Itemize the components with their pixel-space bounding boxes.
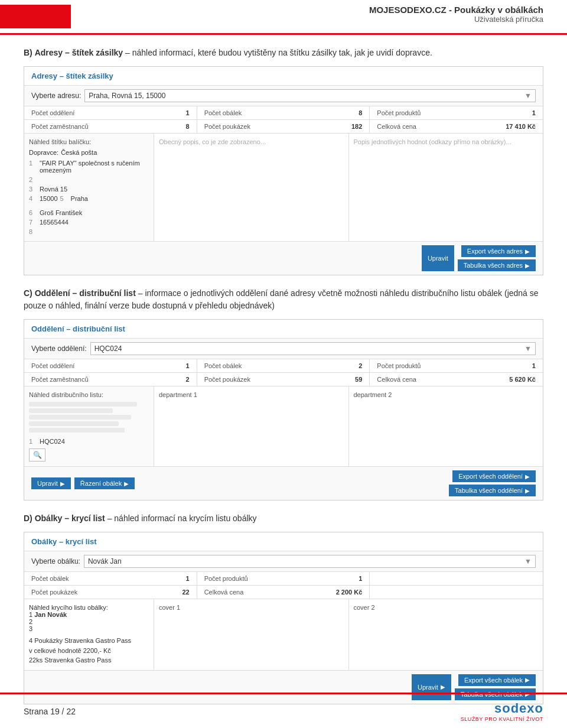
logo-name: sodexo [494, 701, 543, 716]
stats-cell-4: Počet zaměstnanců 8 [24, 120, 197, 133]
panel-cover-title: Obálky – krycí list [31, 537, 97, 546]
dist-stats-cell-5: Počet poukázek 59 [197, 373, 370, 386]
panel-address-right: Popis jednotlivých hodnot (odkazy přímo … [349, 134, 543, 241]
stats-cell-5: Počet poukázek 182 [197, 120, 370, 133]
address-list-item-4: 4 15000 5 Praha [29, 194, 149, 203]
header-red-bar [0, 5, 71, 28]
main-content: B) Adresy – štítek zásilky – náhled info… [0, 35, 567, 728]
cover-list-item-4: 4 Poukázky Stravenka Gastro Passv celkov… [29, 636, 149, 665]
panel-dist-title: Oddělení – distribuční list [31, 324, 125, 333]
blur-5 [29, 428, 125, 433]
address-select[interactable]: Praha, Rovná 15, 15000 ▼ [84, 89, 536, 102]
address-select-value: Praha, Rovná 15, 15000 [89, 92, 165, 100]
delivery-value: Česká pošta [61, 149, 97, 156]
panel-address-center: Obecný popis, co je zde zobrazeno... [154, 134, 349, 241]
cover-stats-row-1: Počet obálek 1 Počet produktů 1 [24, 572, 543, 586]
edit-button[interactable]: Upravit [422, 245, 454, 271]
stat-label-2: Počet obálek [204, 109, 242, 116]
cover-stats-cell-1: Počet obálek 1 [24, 572, 197, 585]
page-title: MOJESODEXO.CZ - Poukázky v obálkách [71, 5, 543, 15]
dist-stats-cell-3: Počet produktů 1 [370, 359, 543, 372]
stat-label-6: Celková cena [377, 123, 416, 130]
blur-4 [29, 421, 119, 426]
center-placeholder: Obecný popis, co je zde zobrazeno... [159, 138, 266, 145]
panel-address-title: Adresy – štítek zásilky [31, 72, 113, 80]
panel-address-footer: Upravit Export všech adres ▶ Tabulka vše… [24, 241, 543, 275]
address-sublabel: Náhled štítku balíčku: [29, 138, 149, 145]
panel-cover-right: cover 2 [349, 599, 543, 670]
dist-export-button[interactable]: Export všech oddělení ▶ [452, 470, 536, 482]
panel-dist-body: Náhled distribučního listu: 1 HQC024 🔍 [24, 386, 543, 466]
delivery-row: Dopravce: Česká pošta [29, 149, 149, 156]
dist-edit-button[interactable]: Upravit ▶ [31, 477, 71, 489]
address-list-item-1: 1 "FAIR PLAY" společnost s ručením omeze… [29, 158, 149, 175]
cover-export-button[interactable]: Export všech obálek ▶ [458, 674, 536, 686]
panel-dist: Oddělení – distribuční list Vyberte oddě… [24, 319, 543, 500]
dist-stats-cell-1: Počet oddělení 1 [24, 359, 197, 372]
panel-address-header: Adresy – štítek zásilky [24, 67, 543, 86]
blur-2 [29, 408, 113, 413]
panel-cover-center: cover 1 [154, 599, 349, 670]
cover-select[interactable]: Novák Jan ▼ [84, 555, 536, 568]
stat-value-5: 182 [351, 123, 362, 130]
chevron-down-icon: ▼ [524, 557, 532, 566]
dist-select[interactable]: HQC024 ▼ [90, 342, 536, 355]
stats-row-1: Počet oddělení 1 Počet obálek 8 Počet pr… [24, 106, 543, 120]
address-list-item-2: 2 [29, 175, 149, 184]
dist-stats-row-2: Počet zaměstnanců 2 Počet poukázek 59 Ce… [24, 373, 543, 386]
dist-stats-row-1: Počet oddělení 1 Počet obálek 2 Počet pr… [24, 359, 543, 373]
table-all-button[interactable]: Tabulka všech adres ▶ [458, 259, 536, 271]
address-list-item-6: 6 Groš František [29, 208, 149, 217]
dist-footer-right-buttons: Export všech oddělení ▶ Tabulka všech od… [449, 470, 536, 496]
cover-select-label: Vyberte obálku: [31, 557, 80, 566]
blur-1 [29, 402, 137, 407]
stat-value-4: 8 [186, 123, 190, 130]
blur-3 [29, 415, 131, 420]
search-button[interactable]: 🔍 [29, 448, 45, 462]
dist-list-item-1: 1 HQC024 [29, 437, 149, 446]
dept2-label: department 2 [354, 391, 392, 398]
panel-address-left: Náhled štítku balíčku: Dopravce: Česká p… [24, 134, 154, 241]
stats-cell-6: Celková cena 17 410 Kč [370, 120, 543, 133]
stat-label-5: Počet poukázek [204, 123, 250, 130]
dist-sort-button[interactable]: Řazení obálek ▶ [74, 477, 135, 489]
right-placeholder: Popis jednotlivých hodnot (odkazy přímo … [354, 138, 511, 145]
panel-cover-left: Náhled krycího listu obálky: 1 Jan Novák… [24, 599, 154, 670]
section-b-label: B) Adresy – štítek zásilky – náhled info… [24, 47, 543, 59]
export-all-button[interactable]: Export všech adres ▶ [461, 245, 536, 257]
panel-address: Adresy – štítek zásilky Vyberte adresu: … [24, 66, 543, 275]
dept1-label: department 1 [159, 391, 197, 398]
cover-sublabel: Náhled krycího listu obálky: [29, 604, 149, 611]
page-subtitle: Uživatelská příručka [71, 15, 543, 24]
dist-stats-cell-2: Počet obálek 2 [197, 359, 370, 372]
dist-table-button[interactable]: Tabulka všech oddělení ▶ [449, 485, 536, 496]
section-d-label: D) Obálky – krycí list – náhled informac… [24, 512, 543, 525]
panel-cover: Obálky – krycí list Vyberte obálku: Nová… [24, 532, 543, 704]
dist-sublabel: Náhled distribučního listu: [29, 391, 149, 398]
panel-dist-select-row: Vyberte oddělení: HQC024 ▼ [24, 339, 543, 359]
cover-stats-cell-3 [370, 572, 543, 585]
stat-value-2: 8 [359, 109, 362, 116]
cover-list-item-2: 2 [29, 618, 149, 625]
stats-cell-2: Počet obálek 8 [197, 106, 370, 119]
cover-stats-row-2: Počet poukázek 22 Celková cena 2 200 Kč [24, 586, 543, 599]
cover-list-item-1: 1 Jan Novák [29, 611, 149, 618]
panel-dist-left: Náhled distribučního listu: 1 HQC024 🔍 [24, 386, 154, 466]
dist-select-label: Vyberte oddělení: [31, 344, 87, 353]
panel-cover-header: Obálky – krycí list [24, 532, 543, 551]
sodexo-logo: sodexo SLUŽBY PRO KVALITNÍ ŽIVOT [461, 701, 543, 722]
panel-dist-footer: Upravit ▶ Řazení obálek ▶ Export všech o… [24, 466, 543, 500]
search-icon: 🔍 [33, 451, 42, 459]
cover2-label: cover 2 [354, 604, 375, 611]
stats-row-2: Počet zaměstnanců 8 Počet poukázek 182 C… [24, 120, 543, 134]
dist-item-value: HQC024 [40, 438, 65, 445]
stats-cell-1: Počet oddělení 1 [24, 106, 197, 119]
select-label: Vyberte adresu: [31, 92, 81, 100]
header-title-block: MOJESODEXO.CZ - Poukázky v obálkách Uživ… [71, 5, 543, 24]
stat-label-4: Počet zaměstnanců [31, 123, 89, 130]
stat-value-1: 1 [186, 109, 190, 116]
panel-address-body: Náhled štítku balíčku: Dopravce: Česká p… [24, 134, 543, 241]
panel-dist-header: Oddělení – distribuční list [24, 320, 543, 339]
cover-list-item-3: 3 [29, 625, 149, 632]
page-number: Strana 19 / 22 [24, 707, 76, 716]
